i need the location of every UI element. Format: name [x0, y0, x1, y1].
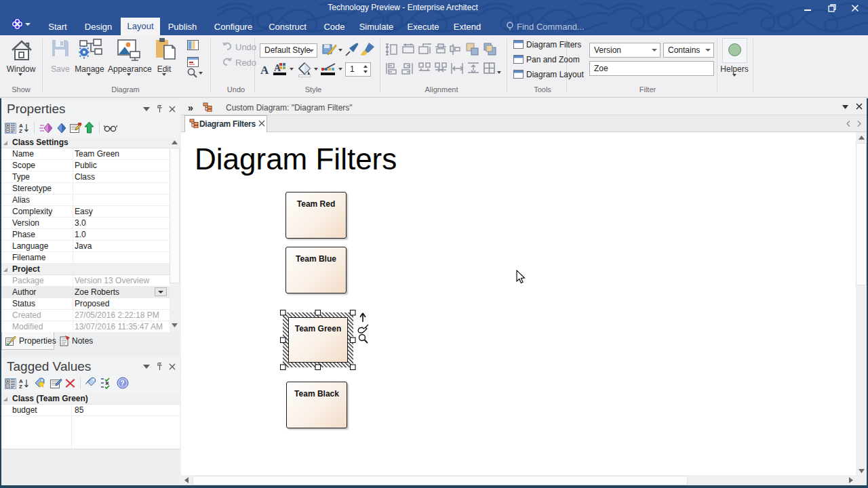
svg-text:?: ?: [121, 380, 125, 387]
svg-text:Z: Z: [19, 128, 22, 134]
svg-text:Z: Z: [19, 384, 22, 389]
